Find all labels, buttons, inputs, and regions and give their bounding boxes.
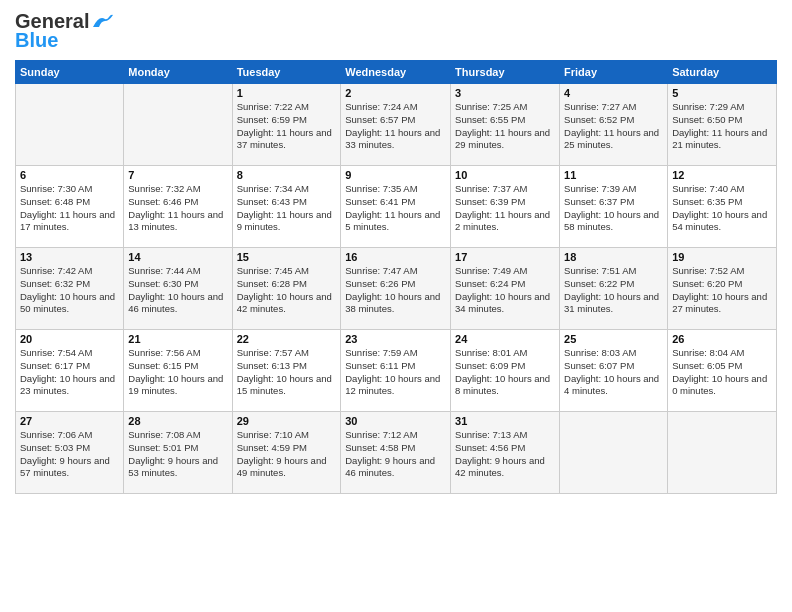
day-number: 24 [455,333,555,345]
day-number: 19 [672,251,772,263]
week-row-4: 20Sunrise: 7:54 AMSunset: 6:17 PMDayligh… [16,330,777,412]
calendar-cell: 4Sunrise: 7:27 AMSunset: 6:52 PMDaylight… [560,84,668,166]
day-detail: Sunrise: 7:32 AMSunset: 6:46 PMDaylight:… [128,183,227,234]
day-detail: Sunrise: 7:25 AMSunset: 6:55 PMDaylight:… [455,101,555,152]
day-number: 18 [564,251,663,263]
day-detail: Sunrise: 7:56 AMSunset: 6:15 PMDaylight:… [128,347,227,398]
calendar-cell: 7Sunrise: 7:32 AMSunset: 6:46 PMDaylight… [124,166,232,248]
day-number: 6 [20,169,119,181]
calendar-cell: 13Sunrise: 7:42 AMSunset: 6:32 PMDayligh… [16,248,124,330]
day-detail: Sunrise: 7:40 AMSunset: 6:35 PMDaylight:… [672,183,772,234]
day-detail: Sunrise: 7:27 AMSunset: 6:52 PMDaylight:… [564,101,663,152]
day-number: 21 [128,333,227,345]
day-detail: Sunrise: 7:10 AMSunset: 4:59 PMDaylight:… [237,429,337,480]
calendar-cell: 25Sunrise: 8:03 AMSunset: 6:07 PMDayligh… [560,330,668,412]
calendar-cell: 14Sunrise: 7:44 AMSunset: 6:30 PMDayligh… [124,248,232,330]
day-detail: Sunrise: 7:24 AMSunset: 6:57 PMDaylight:… [345,101,446,152]
day-detail: Sunrise: 7:51 AMSunset: 6:22 PMDaylight:… [564,265,663,316]
day-number: 31 [455,415,555,427]
day-number: 8 [237,169,337,181]
weekday-header-friday: Friday [560,61,668,84]
day-number: 14 [128,251,227,263]
calendar-cell: 20Sunrise: 7:54 AMSunset: 6:17 PMDayligh… [16,330,124,412]
day-number: 7 [128,169,227,181]
day-detail: Sunrise: 7:59 AMSunset: 6:11 PMDaylight:… [345,347,446,398]
day-number: 29 [237,415,337,427]
calendar-cell: 15Sunrise: 7:45 AMSunset: 6:28 PMDayligh… [232,248,341,330]
logo: General Blue [15,10,113,52]
calendar-cell: 28Sunrise: 7:08 AMSunset: 5:01 PMDayligh… [124,412,232,494]
calendar-cell: 29Sunrise: 7:10 AMSunset: 4:59 PMDayligh… [232,412,341,494]
day-number: 20 [20,333,119,345]
day-detail: Sunrise: 7:39 AMSunset: 6:37 PMDaylight:… [564,183,663,234]
day-detail: Sunrise: 7:37 AMSunset: 6:39 PMDaylight:… [455,183,555,234]
calendar-cell [560,412,668,494]
calendar-cell: 10Sunrise: 7:37 AMSunset: 6:39 PMDayligh… [451,166,560,248]
calendar-cell: 24Sunrise: 8:01 AMSunset: 6:09 PMDayligh… [451,330,560,412]
calendar-cell: 9Sunrise: 7:35 AMSunset: 6:41 PMDaylight… [341,166,451,248]
day-detail: Sunrise: 7:44 AMSunset: 6:30 PMDaylight:… [128,265,227,316]
day-number: 4 [564,87,663,99]
day-number: 1 [237,87,337,99]
day-number: 30 [345,415,446,427]
calendar-cell: 2Sunrise: 7:24 AMSunset: 6:57 PMDaylight… [341,84,451,166]
day-detail: Sunrise: 7:49 AMSunset: 6:24 PMDaylight:… [455,265,555,316]
calendar-cell: 11Sunrise: 7:39 AMSunset: 6:37 PMDayligh… [560,166,668,248]
weekday-header-saturday: Saturday [668,61,777,84]
day-number: 17 [455,251,555,263]
day-number: 22 [237,333,337,345]
calendar-cell: 18Sunrise: 7:51 AMSunset: 6:22 PMDayligh… [560,248,668,330]
calendar-cell: 6Sunrise: 7:30 AMSunset: 6:48 PMDaylight… [16,166,124,248]
weekday-header-row: SundayMondayTuesdayWednesdayThursdayFrid… [16,61,777,84]
day-detail: Sunrise: 7:35 AMSunset: 6:41 PMDaylight:… [345,183,446,234]
day-detail: Sunrise: 7:29 AMSunset: 6:50 PMDaylight:… [672,101,772,152]
week-row-5: 27Sunrise: 7:06 AMSunset: 5:03 PMDayligh… [16,412,777,494]
weekday-header-wednesday: Wednesday [341,61,451,84]
day-detail: Sunrise: 8:04 AMSunset: 6:05 PMDaylight:… [672,347,772,398]
weekday-header-sunday: Sunday [16,61,124,84]
calendar-cell: 23Sunrise: 7:59 AMSunset: 6:11 PMDayligh… [341,330,451,412]
day-detail: Sunrise: 7:13 AMSunset: 4:56 PMDaylight:… [455,429,555,480]
calendar-cell: 3Sunrise: 7:25 AMSunset: 6:55 PMDaylight… [451,84,560,166]
day-number: 3 [455,87,555,99]
day-detail: Sunrise: 7:54 AMSunset: 6:17 PMDaylight:… [20,347,119,398]
logo-blue: Blue [15,29,58,52]
weekday-header-tuesday: Tuesday [232,61,341,84]
day-detail: Sunrise: 7:52 AMSunset: 6:20 PMDaylight:… [672,265,772,316]
week-row-1: 1Sunrise: 7:22 AMSunset: 6:59 PMDaylight… [16,84,777,166]
day-detail: Sunrise: 7:47 AMSunset: 6:26 PMDaylight:… [345,265,446,316]
day-number: 16 [345,251,446,263]
day-number: 5 [672,87,772,99]
day-detail: Sunrise: 7:30 AMSunset: 6:48 PMDaylight:… [20,183,119,234]
calendar-cell: 26Sunrise: 8:04 AMSunset: 6:05 PMDayligh… [668,330,777,412]
day-number: 15 [237,251,337,263]
logo-bird-icon [91,13,113,31]
calendar-cell [668,412,777,494]
day-detail: Sunrise: 7:34 AMSunset: 6:43 PMDaylight:… [237,183,337,234]
day-detail: Sunrise: 7:08 AMSunset: 5:01 PMDaylight:… [128,429,227,480]
calendar-cell: 16Sunrise: 7:47 AMSunset: 6:26 PMDayligh… [341,248,451,330]
calendar-cell: 30Sunrise: 7:12 AMSunset: 4:58 PMDayligh… [341,412,451,494]
day-number: 11 [564,169,663,181]
day-number: 23 [345,333,446,345]
calendar-cell: 27Sunrise: 7:06 AMSunset: 5:03 PMDayligh… [16,412,124,494]
day-number: 26 [672,333,772,345]
calendar-cell [16,84,124,166]
weekday-header-thursday: Thursday [451,61,560,84]
calendar-cell: 1Sunrise: 7:22 AMSunset: 6:59 PMDaylight… [232,84,341,166]
calendar-cell: 5Sunrise: 7:29 AMSunset: 6:50 PMDaylight… [668,84,777,166]
calendar-cell: 21Sunrise: 7:56 AMSunset: 6:15 PMDayligh… [124,330,232,412]
calendar-table: SundayMondayTuesdayWednesdayThursdayFrid… [15,60,777,494]
calendar-cell: 31Sunrise: 7:13 AMSunset: 4:56 PMDayligh… [451,412,560,494]
weekday-header-monday: Monday [124,61,232,84]
calendar-cell: 8Sunrise: 7:34 AMSunset: 6:43 PMDaylight… [232,166,341,248]
day-number: 9 [345,169,446,181]
calendar-cell: 17Sunrise: 7:49 AMSunset: 6:24 PMDayligh… [451,248,560,330]
day-detail: Sunrise: 7:12 AMSunset: 4:58 PMDaylight:… [345,429,446,480]
day-detail: Sunrise: 8:01 AMSunset: 6:09 PMDaylight:… [455,347,555,398]
day-number: 13 [20,251,119,263]
day-number: 2 [345,87,446,99]
week-row-3: 13Sunrise: 7:42 AMSunset: 6:32 PMDayligh… [16,248,777,330]
day-number: 28 [128,415,227,427]
day-number: 25 [564,333,663,345]
